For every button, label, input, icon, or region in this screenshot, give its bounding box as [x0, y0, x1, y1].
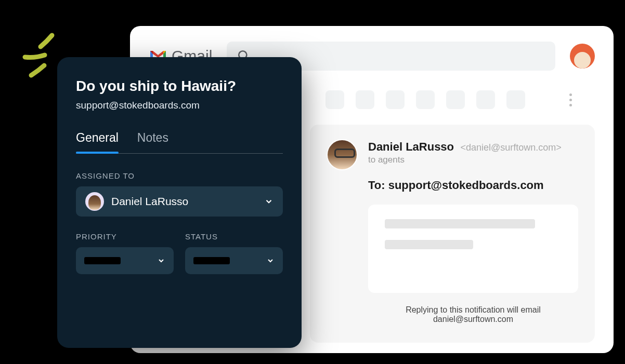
sender-email: <daniel@surftown.com>: [461, 142, 562, 153]
email-panel: Daniel LaRusso <daniel@surftown.com> to …: [310, 125, 595, 343]
priority-value-placeholder: [84, 257, 121, 264]
to-line: To: support@stokedboards.com: [368, 179, 578, 192]
reply-hint: Replying to this notification will email…: [368, 305, 578, 324]
toolbar-button[interactable]: [356, 90, 374, 109]
tab-general[interactable]: General: [76, 131, 119, 153]
sender-avatar: [327, 139, 358, 170]
chevron-down-icon: [157, 257, 165, 265]
chevron-down-icon: [266, 257, 275, 265]
recipients-line: to agents: [368, 155, 562, 165]
account-avatar[interactable]: [570, 44, 595, 69]
toolbar-button[interactable]: [386, 90, 405, 109]
sender-name: Daniel LaRusso: [368, 140, 454, 153]
ticket-subtitle: support@stokedboards.com: [76, 100, 283, 111]
ticket-panel: Do you ship to Hawaii? support@stokedboa…: [57, 57, 302, 348]
toolbar-button[interactable]: [476, 90, 495, 109]
sender-row: Daniel LaRusso <daniel@surftown.com> to …: [327, 139, 578, 170]
more-menu-icon[interactable]: [569, 93, 574, 106]
assigned-to-label: ASSIGNED TO: [76, 171, 283, 180]
status-select[interactable]: [185, 247, 283, 274]
toolbar-button[interactable]: [446, 90, 465, 109]
status-label: STATUS: [185, 232, 283, 241]
text-placeholder: [385, 240, 473, 249]
priority-label: PRIORITY: [76, 232, 174, 241]
status-value-placeholder: [193, 257, 230, 264]
priority-select[interactable]: [76, 247, 174, 274]
toolbar-button[interactable]: [416, 90, 435, 109]
tab-notes[interactable]: Notes: [137, 131, 168, 153]
chevron-down-icon: [264, 197, 274, 206]
toolbar-button[interactable]: [506, 90, 525, 109]
toolbar-button[interactable]: [325, 90, 344, 109]
ticket-title: Do you ship to Hawaii?: [76, 78, 283, 95]
tab-row: General Notes: [76, 131, 283, 154]
message-body: [368, 205, 578, 293]
text-placeholder: [385, 219, 535, 228]
assignee-name: Daniel LaRusso: [111, 195, 257, 208]
assigned-to-select[interactable]: Daniel LaRusso: [76, 186, 283, 217]
assignee-avatar: [85, 192, 104, 211]
